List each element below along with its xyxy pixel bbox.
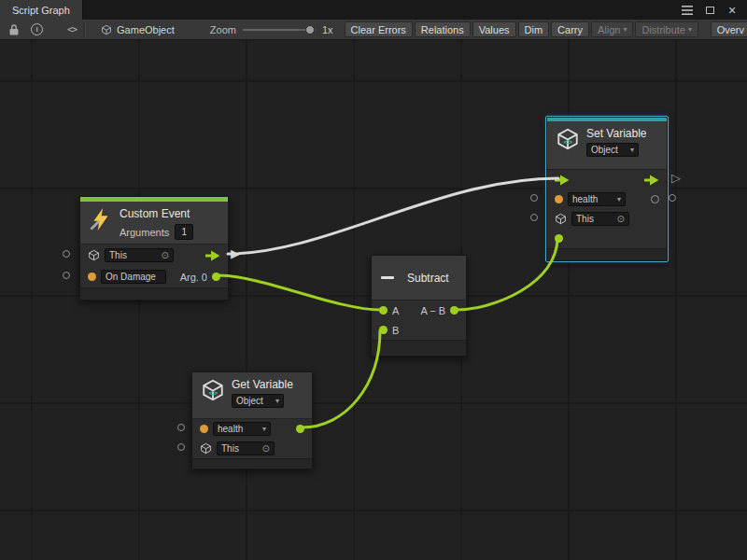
gameobject-label: GameObject [117,24,175,35]
input-a-port[interactable] [379,306,388,315]
wire-subtract-to-setvariable-value[interactable] [456,238,557,310]
gameobject-icon [101,22,112,37]
chevron-down-icon: ▾ [630,146,634,154]
info-icon[interactable]: i [31,22,43,37]
clear-errors-button[interactable]: Clear Errors [345,21,413,37]
arg0-label: Arg. 0 [180,272,207,283]
toolbar-buttons: Clear Errors Relations Values Dim Carry … [345,21,747,37]
event-name-field[interactable]: On Damage [101,270,166,284]
node-subtract[interactable]: Subtract A A − B B [371,255,467,357]
graph-canvas[interactable]: Custom Event Arguments 1 This ⊙ [0,40,747,560]
output-label: A − B [420,305,445,316]
chevron-down-icon: ▾ [623,26,627,34]
dim-button[interactable]: Dim [518,21,550,37]
variable-icon: <> [201,378,225,402]
value-output-port[interactable] [651,195,659,203]
values-button[interactable]: Values [472,21,516,37]
event-input-port[interactable] [88,273,96,281]
flow-arrowhead-icon[interactable]: ▶ [231,247,240,259]
node-footer [80,287,228,300]
value-output-port[interactable] [296,425,304,433]
flow-continuation-icon[interactable]: ▷ [671,172,681,184]
node-title: Subtract [407,272,449,285]
wire-getvariable-to-subtract-b[interactable] [302,330,380,427]
relations-button[interactable]: Relations [415,21,471,37]
node-footer [547,248,667,260]
chevron-down-icon: ▾ [275,397,279,405]
external-port[interactable] [63,250,70,258]
input-a-label: A [392,305,399,316]
target-picker-icon: ⊙ [617,214,625,224]
external-port[interactable] [530,214,538,221]
zoom-slider-handle[interactable] [305,25,315,35]
node-footer [192,458,312,469]
variable-name-port[interactable] [200,425,208,433]
target-picker-icon: ⊙ [262,443,270,454]
window-maximize-icon[interactable] [703,4,716,17]
subtract-icon [381,276,394,279]
wire-arg0-to-subtract-a[interactable] [218,275,381,310]
chevron-down-icon: ▾ [617,195,621,203]
external-port[interactable] [63,272,70,279]
variable-name-dropdown[interactable]: health ▾ [568,192,626,206]
align-button[interactable]: Align▾ [591,21,633,37]
node-get-variable[interactable]: <> Get Variable Object ▾ health ▾ [191,371,313,469]
arg0-output-port[interactable] [212,273,220,281]
gameobject-icon [555,213,567,225]
flow-input-port[interactable] [555,175,570,186]
node-title: Set Variable [586,127,646,140]
code-preview-icon[interactable]: <> [67,22,77,37]
zoom-label: Zoom [210,24,236,35]
variable-scope-dropdown[interactable]: Object ▾ [232,394,284,408]
node-set-variable[interactable]: <> Set Variable Object ▾ [546,117,668,261]
window-close-icon[interactable]: × [726,4,739,17]
flow-output-port[interactable] [205,250,220,261]
variable-icon: <> [556,127,580,151]
external-port[interactable] [177,424,185,431]
chevron-down-icon: ▾ [688,26,692,34]
window-controls: × [681,0,747,20]
external-port[interactable] [669,194,676,202]
flow-output-port[interactable] [644,175,659,186]
target-dropdown[interactable]: This ⊙ [105,248,174,262]
tab-label: Script Graph [12,5,70,16]
tab-script-graph[interactable]: Script Graph [0,0,83,20]
distribute-button[interactable]: Distribute▾ [635,21,698,37]
lock-icon[interactable] [8,22,20,37]
overview-button[interactable]: Overv [711,21,747,37]
target-dropdown[interactable]: This ⊙ [571,212,629,226]
input-b-port[interactable] [379,326,388,334]
unity-script-graph-window: Script Graph × i <> GameObject Zoom 1x C… [0,0,747,560]
custom-event-icon [89,207,113,231]
gameobject-icon [88,249,100,261]
zoom-slider[interactable] [243,29,316,31]
node-footer [372,340,466,356]
external-port[interactable] [530,194,538,202]
target-dropdown[interactable]: This ⊙ [217,441,275,455]
window-menu-icon[interactable] [681,4,694,17]
external-port[interactable] [177,443,185,451]
variable-name-port[interactable] [555,195,563,203]
value-input-port[interactable] [555,234,563,243]
window-tab-bar: Script Graph × [0,0,747,20]
target-picker-icon: ⊙ [162,250,169,260]
graph-toolbar: i <> GameObject Zoom 1x Clear Errors Rel… [0,20,747,40]
input-b-label: B [392,325,399,336]
node-custom-event[interactable]: Custom Event Arguments 1 This ⊙ [79,196,229,301]
variable-scope-dropdown[interactable]: Object ▾ [586,143,639,157]
arguments-input[interactable]: 1 [175,224,193,240]
variable-name-dropdown[interactable]: health ▾ [213,422,271,436]
gameobject-context[interactable]: GameObject [101,22,175,37]
gameobject-icon [200,442,212,455]
carry-button[interactable]: Carry [551,21,589,37]
zoom-value: 1x [322,24,333,35]
chevron-down-icon: ▾ [262,425,266,433]
node-title: Get Variable [232,378,293,391]
output-port[interactable] [450,306,458,315]
wire-flow-customevent-to-setvariable[interactable] [228,178,558,254]
toolbar-separator [84,23,86,36]
arguments-label: Arguments [120,227,169,238]
node-title: Custom Event [120,207,193,220]
